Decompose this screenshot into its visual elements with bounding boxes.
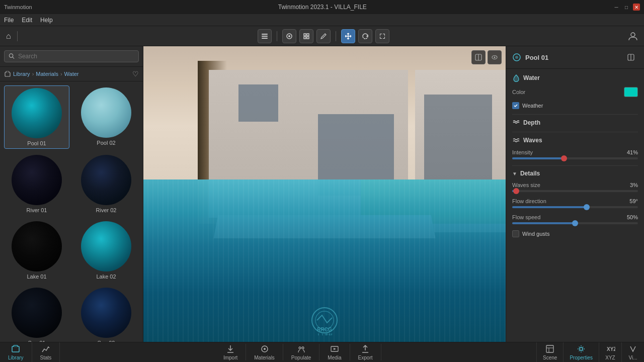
bottom-tab-v[interactable]: Vi... bbox=[621, 342, 644, 362]
stats-tab-label: Stats bbox=[40, 355, 52, 360]
materials-tab-icon bbox=[260, 344, 270, 354]
expand-button[interactable] bbox=[375, 29, 389, 43]
wind-gusts-checkbox[interactable] bbox=[512, 230, 519, 237]
flow-speed-track[interactable] bbox=[512, 222, 638, 224]
waves-size-thumb[interactable] bbox=[513, 188, 519, 194]
color-label: Color bbox=[512, 89, 620, 95]
pen-button[interactable] bbox=[316, 29, 331, 43]
svg-rect-1 bbox=[262, 36, 268, 37]
flow-dir-track[interactable] bbox=[512, 206, 638, 208]
weather-label: Weather bbox=[522, 103, 543, 109]
svg-point-4 bbox=[288, 35, 290, 37]
flow-dir-thumb[interactable] bbox=[584, 204, 590, 210]
close-button[interactable]: ✕ bbox=[633, 4, 640, 11]
divider-1 bbox=[512, 114, 638, 115]
svg-line-11 bbox=[13, 57, 14, 58]
material-pool02[interactable]: Pool 02 bbox=[73, 85, 139, 149]
breadcrumb-sep1: › bbox=[32, 71, 34, 77]
xyz-tab-icon: XYZ bbox=[605, 344, 615, 354]
media-tab-icon bbox=[330, 344, 340, 354]
import-tab-icon bbox=[225, 344, 235, 354]
color-swatch[interactable] bbox=[624, 87, 638, 97]
home-button[interactable]: ⌂ bbox=[6, 32, 11, 41]
panel-split-button[interactable] bbox=[624, 50, 638, 64]
material-pool01[interactable]: Pool 01 bbox=[4, 85, 69, 149]
search-input[interactable] bbox=[18, 53, 134, 60]
favorite-button[interactable]: ♡ bbox=[132, 70, 139, 78]
bottom-tab-export[interactable]: Export bbox=[350, 344, 381, 360]
bottom-tab-materials[interactable]: Materials bbox=[246, 344, 283, 360]
check-icon bbox=[513, 103, 518, 108]
stack-icon bbox=[261, 32, 269, 40]
menu-file[interactable]: File bbox=[4, 17, 14, 24]
bottom-tab-populate[interactable]: Populate bbox=[283, 344, 319, 360]
move-button[interactable] bbox=[341, 29, 355, 43]
minimize-button[interactable]: ─ bbox=[613, 4, 620, 11]
menubar: File Edit Help bbox=[0, 14, 644, 26]
color-row: Color bbox=[512, 87, 638, 97]
waves-section-icon bbox=[512, 136, 520, 144]
intensity-track[interactable] bbox=[512, 157, 638, 159]
material-label-lake02: Lake 02 bbox=[96, 274, 116, 280]
viewport-window-small bbox=[238, 84, 278, 122]
material-river02[interactable]: River 02 bbox=[73, 153, 139, 215]
watermark-logo: RRCG 人人素材 bbox=[294, 305, 355, 335]
split-view-button[interactable] bbox=[471, 50, 486, 64]
flow-speed-fill bbox=[512, 222, 575, 224]
svg-rect-0 bbox=[262, 34, 268, 35]
breadcrumb: Library › Materials › Water ♡ bbox=[0, 67, 143, 81]
refresh-button[interactable] bbox=[358, 29, 372, 43]
depth-section-title: Depth bbox=[523, 119, 540, 126]
maximize-button[interactable]: □ bbox=[623, 4, 630, 11]
eye-button[interactable] bbox=[488, 50, 502, 64]
window-controls: ─ □ ✕ bbox=[613, 4, 640, 11]
svg-rect-12 bbox=[5, 72, 10, 76]
bottom-tab-library[interactable]: Library bbox=[0, 342, 32, 362]
library-tab-label: Library bbox=[8, 355, 24, 360]
viewport[interactable]: RRCG 人人素材 bbox=[143, 46, 506, 342]
app-logo: Twinmotion bbox=[4, 4, 32, 10]
material-label-pool01: Pool 01 bbox=[27, 140, 46, 146]
breadcrumb-library[interactable]: Library bbox=[13, 71, 30, 77]
search-input-wrap[interactable] bbox=[4, 50, 139, 62]
orbit-button[interactable] bbox=[282, 29, 296, 43]
waves-section-header: Waves bbox=[512, 136, 638, 144]
weather-checkbox[interactable] bbox=[512, 102, 519, 109]
breadcrumb-materials[interactable]: Materials bbox=[36, 71, 58, 77]
pool-icon bbox=[512, 53, 521, 62]
bottom-tab-stats[interactable]: Stats bbox=[32, 342, 60, 362]
toolbar-divider bbox=[17, 31, 18, 41]
select-icon bbox=[302, 32, 310, 40]
flow-dir-fill bbox=[512, 206, 587, 208]
details-section-header[interactable]: ▼ Details bbox=[512, 170, 638, 177]
water-section-icon bbox=[512, 74, 520, 82]
waves-size-track[interactable] bbox=[512, 190, 638, 192]
populate-tab-label: Populate bbox=[291, 355, 311, 360]
properties-tab-icon bbox=[576, 344, 586, 354]
material-lake01[interactable]: Lake 01 bbox=[4, 219, 69, 282]
weather-checkbox-wrap: Weather bbox=[512, 102, 638, 109]
menu-help[interactable]: Help bbox=[40, 17, 53, 24]
waves-section-title: Waves bbox=[523, 137, 542, 144]
bottom-tab-properties[interactable]: Properties bbox=[563, 342, 599, 362]
bottom-tab-xyz[interactable]: XYZ XYZ bbox=[599, 342, 621, 362]
bottom-tab-scene[interactable]: Scene bbox=[536, 342, 563, 362]
material-sea02[interactable]: Sea 02 bbox=[73, 286, 139, 342]
select-button[interactable] bbox=[299, 29, 313, 43]
flow-dir-slider-row: Flow direction 59° bbox=[512, 198, 638, 208]
material-river01[interactable]: River 01 bbox=[4, 153, 69, 215]
waves-size-label: Waves size bbox=[512, 182, 540, 188]
stack-button[interactable] bbox=[258, 29, 272, 43]
flow-speed-label-row: Flow speed 50% bbox=[512, 214, 638, 220]
material-lake02[interactable]: Lake 02 bbox=[73, 219, 139, 282]
bottom-tab-import[interactable]: Import bbox=[215, 344, 246, 360]
bottom-tab-media[interactable]: Media bbox=[319, 344, 350, 360]
water-section-title: Water bbox=[523, 74, 540, 81]
material-sea01[interactable]: Sea 01 bbox=[4, 286, 69, 342]
move-icon bbox=[344, 32, 352, 40]
menu-edit[interactable]: Edit bbox=[22, 17, 32, 24]
material-label-pool02: Pool 02 bbox=[97, 140, 115, 146]
flow-speed-thumb[interactable] bbox=[572, 220, 578, 226]
titlebar: Twinmotion Twinmotion 2023.1 - VILLA_FIL… bbox=[0, 0, 644, 14]
intensity-thumb[interactable] bbox=[561, 155, 567, 161]
